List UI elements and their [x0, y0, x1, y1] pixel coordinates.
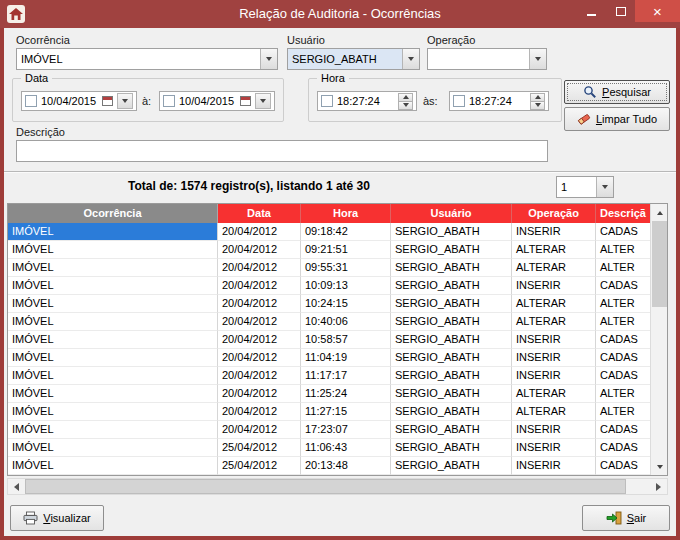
scroll-down-icon[interactable]: [651, 458, 668, 475]
cell-usuario[interactable]: SERGIO_ABATH: [391, 403, 512, 421]
cell-ocorrencia[interactable]: IMÓVEL: [8, 403, 218, 421]
vertical-scrollbar-thumb[interactable]: [652, 221, 667, 307]
cell-ocorrencia[interactable]: IMÓVEL: [8, 385, 218, 403]
cell-descricao[interactable]: ALTER: [596, 259, 650, 277]
cell-ocorrencia[interactable]: IMÓVEL: [8, 295, 218, 313]
scroll-up-icon[interactable]: [651, 204, 668, 221]
column-header[interactable]: Data: [218, 204, 301, 223]
ocorrencia-select[interactable]: IMÓVEL: [16, 48, 278, 70]
cell-ocorrencia[interactable]: IMÓVEL: [8, 421, 218, 439]
cell-operacao[interactable]: INSERIR: [512, 367, 596, 385]
cell-operacao[interactable]: INSERIR: [512, 277, 596, 295]
maximize-button[interactable]: [606, 0, 635, 22]
cell-hora[interactable]: 10:40:06: [301, 313, 391, 331]
cell-hora[interactable]: 11:25:24: [301, 385, 391, 403]
cell-usuario[interactable]: SERGIO_ABATH: [391, 367, 512, 385]
chevron-down-icon[interactable]: [260, 49, 277, 69]
cell-data[interactable]: 20/04/2012: [218, 349, 301, 367]
sair-button[interactable]: Sair: [582, 505, 670, 531]
cell-descricao[interactable]: CADAS: [596, 331, 650, 349]
spin-down-icon[interactable]: [398, 101, 413, 110]
chevron-down-icon[interactable]: [529, 49, 546, 69]
cell-hora[interactable]: 10:24:15: [301, 295, 391, 313]
pesquisar-button[interactable]: Pesquisar: [564, 80, 670, 104]
column-header[interactable]: Hora: [301, 204, 391, 223]
cell-operacao[interactable]: INSERIR: [512, 349, 596, 367]
cell-descricao[interactable]: CADAS: [596, 349, 650, 367]
page-selector[interactable]: 1: [556, 176, 614, 198]
chevron-down-icon[interactable]: [596, 177, 613, 197]
cell-usuario[interactable]: SERGIO_ABATH: [391, 331, 512, 349]
cell-ocorrencia[interactable]: IMÓVEL: [8, 313, 218, 331]
cell-descricao[interactable]: CADAS: [596, 277, 650, 295]
spin-down-icon[interactable]: [530, 101, 545, 110]
cell-ocorrencia[interactable]: IMÓVEL: [8, 439, 218, 457]
hora-to-picker[interactable]: 18:27:24: [449, 91, 549, 111]
cell-data[interactable]: 20/04/2012: [218, 259, 301, 277]
cell-descricao[interactable]: CADAS: [596, 223, 650, 241]
cell-operacao[interactable]: ALTERAR: [512, 295, 596, 313]
titlebar[interactable]: Relação de Auditoria - Ocorrências ×: [0, 0, 680, 28]
cell-usuario[interactable]: SERGIO_ABATH: [391, 277, 512, 295]
cell-usuario[interactable]: SERGIO_ABATH: [391, 439, 512, 457]
cell-data[interactable]: 20/04/2012: [218, 331, 301, 349]
cell-data[interactable]: 20/04/2012: [218, 295, 301, 313]
cell-usuario[interactable]: SERGIO_ABATH: [391, 385, 512, 403]
cell-operacao[interactable]: ALTERAR: [512, 241, 596, 259]
cell-usuario[interactable]: SERGIO_ABATH: [391, 349, 512, 367]
data-to-picker[interactable]: 10/04/2015: [159, 91, 275, 111]
chevron-down-icon[interactable]: [402, 49, 419, 69]
hora-from-checkbox[interactable]: [321, 95, 333, 107]
cell-operacao[interactable]: INSERIR: [512, 331, 596, 349]
cell-operacao[interactable]: INSERIR: [512, 223, 596, 241]
horizontal-scrollbar-thumb[interactable]: [25, 479, 626, 494]
cell-descricao[interactable]: CADAS: [596, 421, 650, 439]
data-from-checkbox[interactable]: [25, 95, 37, 107]
cell-usuario[interactable]: SERGIO_ABATH: [391, 295, 512, 313]
vertical-scrollbar[interactable]: [650, 204, 667, 475]
cell-hora[interactable]: 09:55:31: [301, 259, 391, 277]
column-header[interactable]: Descriçã: [596, 204, 650, 223]
cell-ocorrencia[interactable]: IMÓVEL: [8, 367, 218, 385]
minimize-button[interactable]: [577, 0, 606, 22]
operacao-select[interactable]: [427, 48, 547, 70]
cell-descricao[interactable]: ALTER: [596, 313, 650, 331]
cell-ocorrencia[interactable]: IMÓVEL: [8, 241, 218, 259]
scroll-right-icon[interactable]: [650, 479, 667, 494]
cell-usuario[interactable]: SERGIO_ABATH: [391, 241, 512, 259]
cell-ocorrencia[interactable]: IMÓVEL: [8, 223, 218, 241]
cell-data[interactable]: 20/04/2012: [218, 403, 301, 421]
cell-data[interactable]: 25/04/2012: [218, 457, 301, 475]
cell-descricao[interactable]: CADAS: [596, 367, 650, 385]
cell-data[interactable]: 20/04/2012: [218, 385, 301, 403]
cell-ocorrencia[interactable]: IMÓVEL: [8, 331, 218, 349]
cell-hora[interactable]: 11:06:43: [301, 439, 391, 457]
cell-usuario[interactable]: SERGIO_ABATH: [391, 421, 512, 439]
cell-hora[interactable]: 10:09:13: [301, 277, 391, 295]
horizontal-scrollbar[interactable]: [7, 478, 668, 495]
cell-hora[interactable]: 11:27:15: [301, 403, 391, 421]
data-from-picker[interactable]: 10/04/2015: [21, 91, 137, 111]
cell-descricao[interactable]: CADAS: [596, 457, 650, 475]
cell-data[interactable]: 20/04/2012: [218, 241, 301, 259]
cell-usuario[interactable]: SERGIO_ABATH: [391, 259, 512, 277]
cell-usuario[interactable]: SERGIO_ABATH: [391, 223, 512, 241]
cell-descricao[interactable]: ALTER: [596, 295, 650, 313]
column-header[interactable]: Ocorrência: [8, 204, 218, 223]
cell-ocorrencia[interactable]: IMÓVEL: [8, 277, 218, 295]
hora-from-picker[interactable]: 18:27:24: [317, 91, 417, 111]
cell-ocorrencia[interactable]: IMÓVEL: [8, 259, 218, 277]
hora-to-spinner[interactable]: [530, 93, 545, 110]
cell-hora[interactable]: 09:18:42: [301, 223, 391, 241]
column-header[interactable]: Usuário: [391, 204, 512, 223]
cell-operacao[interactable]: ALTERAR: [512, 403, 596, 421]
cell-data[interactable]: 20/04/2012: [218, 421, 301, 439]
cell-operacao[interactable]: INSERIR: [512, 421, 596, 439]
cell-data[interactable]: 20/04/2012: [218, 313, 301, 331]
cell-hora[interactable]: 10:58:57: [301, 331, 391, 349]
cell-usuario[interactable]: SERGIO_ABATH: [391, 457, 512, 475]
cell-ocorrencia[interactable]: IMÓVEL: [8, 457, 218, 475]
cell-descricao[interactable]: ALTER: [596, 403, 650, 421]
cell-data[interactable]: 20/04/2012: [218, 277, 301, 295]
descricao-input[interactable]: [16, 140, 548, 162]
